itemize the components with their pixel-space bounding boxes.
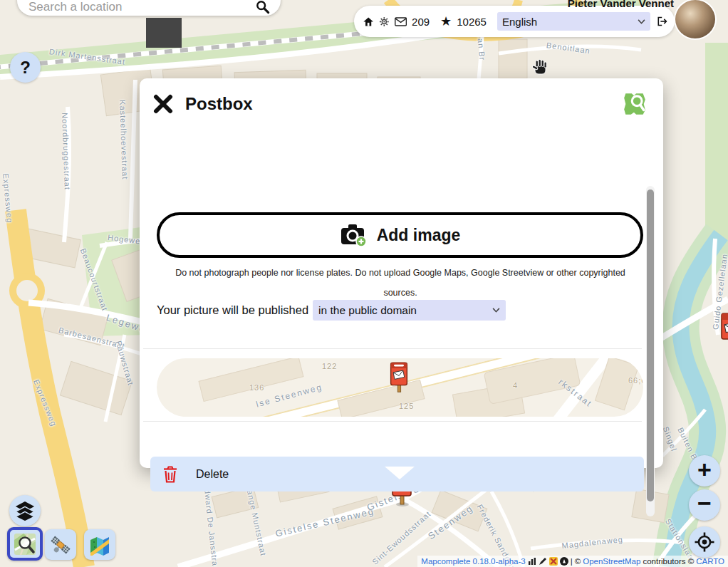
mail-count: 209 xyxy=(412,16,430,28)
dialog-pointer xyxy=(385,467,415,479)
background-satellite-button[interactable] xyxy=(45,529,76,560)
postbox-dialog: Postbox Add image Do not photograph peop… xyxy=(140,78,663,468)
star-icon[interactable]: ★ xyxy=(440,15,452,28)
dialog-title: Postbox xyxy=(185,94,253,114)
scrollbar-thumb[interactable] xyxy=(647,189,654,501)
folded-map-icon xyxy=(89,534,110,556)
chevron-down-icon xyxy=(492,308,500,313)
language-value: English xyxy=(502,16,537,28)
home-icon[interactable] xyxy=(363,15,374,28)
mail-icon[interactable] xyxy=(395,16,407,27)
housenumber-label: 4 xyxy=(513,381,518,390)
zoom-out-label: − xyxy=(697,489,712,517)
housenumber-label: 122 xyxy=(322,362,337,370)
carto-link[interactable]: CARTO xyxy=(696,557,724,566)
layers-icon xyxy=(14,500,36,521)
attribution-bar: Mapcomplete 0.18.0-alpha-3 | © OpenStree… xyxy=(417,556,728,567)
chevron-down-icon xyxy=(638,19,645,24)
housenumber-label: 125 xyxy=(399,402,414,410)
background-map-button[interactable] xyxy=(84,529,115,560)
star-count: 10265 xyxy=(457,16,487,28)
attribution-divider: | xyxy=(571,557,573,566)
language-select[interactable]: English xyxy=(497,12,650,31)
license-row: Your picture will be published in the pu… xyxy=(157,300,506,321)
gear-icon[interactable] xyxy=(379,16,390,28)
search-bar[interactable] xyxy=(17,0,281,16)
geolocate-button[interactable] xyxy=(689,526,720,558)
postbox-marker-edge[interactable] xyxy=(719,312,728,350)
trash-icon xyxy=(163,466,177,483)
contributors-text: contributors © xyxy=(643,557,694,566)
geolocate-icon xyxy=(694,531,715,553)
help-label: ? xyxy=(20,58,31,78)
dark-building xyxy=(146,18,182,48)
search-input[interactable] xyxy=(17,0,254,16)
dialog-header: Postbox xyxy=(140,78,663,130)
license-prefix: Your picture will be published xyxy=(157,303,308,317)
postbox-marker[interactable] xyxy=(389,361,409,395)
license-value: in the public domain xyxy=(318,304,417,317)
zoom-out-button[interactable]: − xyxy=(689,489,720,521)
satellite-icon xyxy=(50,534,71,556)
search-icon[interactable] xyxy=(254,0,272,14)
josm-logo-icon[interactable] xyxy=(549,557,558,566)
pencil-icon[interactable] xyxy=(539,557,547,566)
mini-map[interactable]: 122 136 125 4 66;68 rkstraat lse Steenwe… xyxy=(157,358,643,417)
osm-map-icon xyxy=(14,533,36,556)
housenumber-label: 66;68 xyxy=(628,376,643,385)
zoom-in-button[interactable]: + xyxy=(689,455,720,487)
delete-label: Delete xyxy=(196,468,229,481)
add-image-button[interactable]: Add image xyxy=(157,212,643,258)
copyright-symbol: © xyxy=(575,557,581,566)
help-button[interactable]: ? xyxy=(10,52,41,83)
avatar[interactable] xyxy=(674,0,717,40)
hand-cursor-icon xyxy=(531,58,550,77)
username[interactable]: Pieter Vander Vennet xyxy=(568,0,674,9)
close-icon[interactable] xyxy=(153,94,173,114)
zoom-in-label: + xyxy=(697,456,712,484)
osm-link[interactable]: OpenStreetMap xyxy=(583,557,640,566)
dialog-content: Add image Do not photograph people nor l… xyxy=(140,130,663,468)
dialog-scrollbar[interactable] xyxy=(646,186,655,516)
background-osm-button[interactable] xyxy=(7,527,43,561)
mapillary-logo-icon[interactable] xyxy=(560,557,568,566)
camera-icon xyxy=(340,223,367,247)
mini-map-building xyxy=(337,380,425,417)
license-select[interactable]: in the public domain xyxy=(313,300,506,321)
image-disclaimer: Do not photograph people nor license pla… xyxy=(167,263,634,303)
mapcomplete-theme-icon xyxy=(622,91,648,117)
user-panel: 209 ★ 10265 English xyxy=(354,6,675,37)
stats-icon[interactable] xyxy=(528,557,536,566)
layers-button[interactable] xyxy=(9,495,41,526)
add-image-label: Add image xyxy=(377,226,461,245)
housenumber-label: 136 xyxy=(249,383,264,392)
logout-icon[interactable] xyxy=(655,14,667,28)
mapcomplete-version-link[interactable]: Mapcomplete 0.18.0-alpha-3 xyxy=(421,557,525,566)
